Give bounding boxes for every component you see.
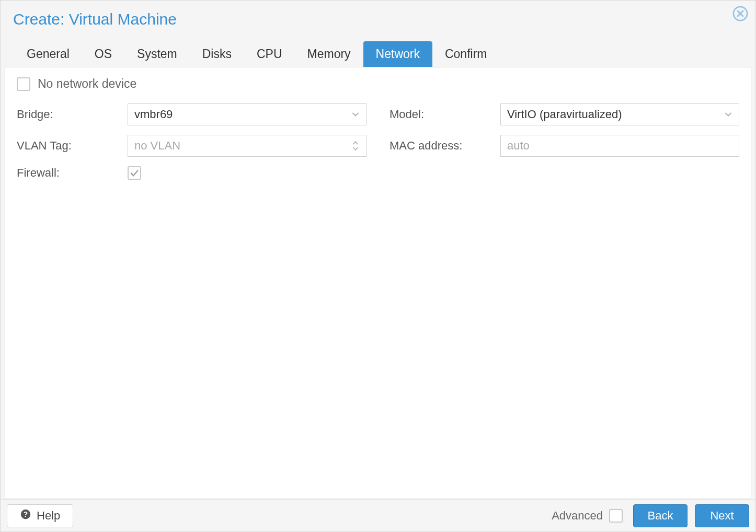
dialog-header: Create: Virtual Machine [1, 1, 755, 32]
bridge-label: Bridge: [17, 108, 128, 121]
advanced-toggle: Advanced [552, 509, 623, 523]
vlan-input[interactable]: no VLAN [128, 135, 366, 157]
chevron-down-icon [723, 109, 734, 120]
advanced-checkbox[interactable] [609, 509, 623, 523]
next-button[interactable]: Next [695, 504, 749, 527]
model-label: Model: [390, 108, 500, 121]
tab-system[interactable]: System [124, 41, 190, 67]
firewall-checkbox[interactable] [128, 166, 141, 180]
vlan-label: VLAN Tag: [17, 139, 128, 153]
tab-bar: General OS System Disks CPU Memory Netwo… [1, 32, 755, 67]
svg-text:?: ? [24, 510, 28, 518]
mac-row: MAC address: auto [390, 135, 739, 157]
vlan-placeholder: no VLAN [134, 139, 180, 153]
advanced-label: Advanced [552, 509, 603, 523]
mac-label: MAC address: [390, 139, 500, 153]
dialog-body: No network device Bridge: vmbr69 Model: [5, 67, 751, 499]
firewall-row: Firewall: [17, 166, 739, 180]
tab-memory[interactable]: Memory [295, 41, 363, 67]
model-row: Model: VirtIO (paravirtualized) [390, 103, 739, 125]
mac-placeholder: auto [507, 139, 530, 153]
help-button[interactable]: ? Help [7, 504, 73, 527]
vlan-row: VLAN Tag: no VLAN [17, 135, 366, 157]
form-grid: Bridge: vmbr69 Model: VirtIO (paravirtua… [17, 103, 739, 157]
mac-input[interactable]: auto [500, 135, 739, 157]
help-label: Help [37, 509, 60, 523]
no-network-row: No network device [17, 77, 739, 91]
bridge-value: vmbr69 [134, 108, 173, 121]
model-select[interactable]: VirtIO (paravirtualized) [500, 103, 739, 125]
tab-os[interactable]: OS [82, 41, 124, 67]
model-value: VirtIO (paravirtualized) [507, 108, 622, 121]
close-icon[interactable] [732, 6, 748, 21]
dialog-title: Create: Virtual Machine [13, 10, 177, 28]
tab-cpu[interactable]: CPU [244, 41, 295, 67]
no-network-label: No network device [38, 77, 136, 91]
bridge-row: Bridge: vmbr69 [17, 103, 366, 125]
spinner-icon [351, 140, 360, 152]
bridge-select[interactable]: vmbr69 [128, 103, 366, 125]
help-icon: ? [20, 508, 31, 523]
firewall-label: Firewall: [17, 166, 128, 180]
back-button[interactable]: Back [633, 504, 688, 527]
create-vm-dialog: Create: Virtual Machine General OS Syste… [0, 0, 756, 532]
tab-network[interactable]: Network [363, 41, 432, 67]
tab-general[interactable]: General [14, 41, 82, 67]
dialog-footer: ? Help Advanced Back Next [1, 499, 755, 531]
tab-disks[interactable]: Disks [190, 41, 244, 67]
no-network-checkbox[interactable] [17, 77, 30, 91]
chevron-down-icon [350, 109, 361, 120]
tab-confirm[interactable]: Confirm [432, 41, 500, 67]
